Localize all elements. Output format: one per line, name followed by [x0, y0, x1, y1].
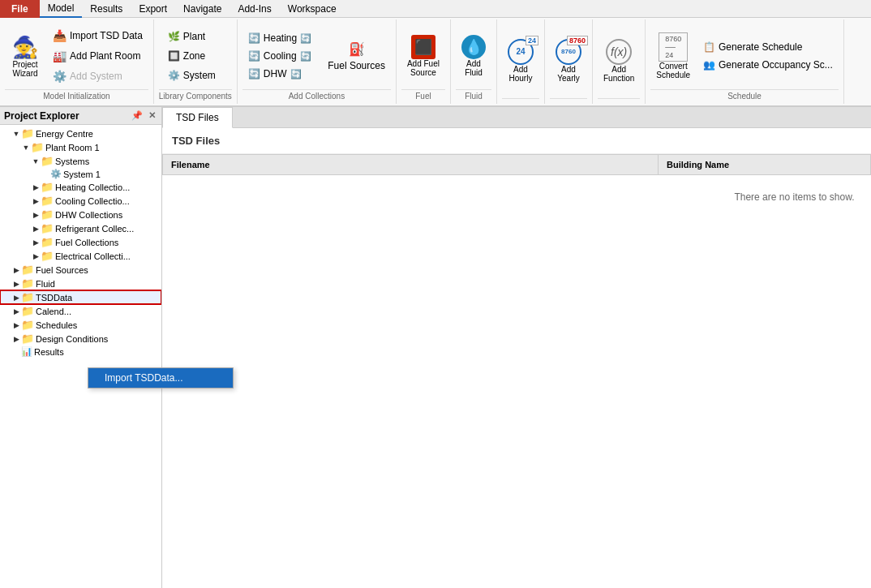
expander-plant-room[interactable]: ▼: [21, 144, 31, 152]
fuel-sources-label: Fuel Sources: [328, 60, 385, 71]
tree-item-heating[interactable]: ▶ 📁 Heating Collectio...: [0, 180, 161, 194]
heating-button[interactable]: 🔄 Heating 🔄: [242, 30, 317, 46]
add-system-icon: ⚙️: [53, 70, 67, 83]
expander-tsd[interactable]: ▶: [11, 294, 21, 302]
project-wizard-button[interactable]: 🧙 ProjectWizard: [5, 31, 45, 82]
add-fluid-button[interactable]: 💧 AddFluid: [456, 32, 491, 80]
fuel-sources-button[interactable]: ⛽ Fuel Sources: [322, 39, 391, 74]
generate-schedule-button[interactable]: 📋 Generate Schedule: [697, 39, 839, 55]
tree-item-refrigerant[interactable]: ▶ 📁 Refrigerant Collec...: [0, 221, 161, 235]
add-system-button[interactable]: ⚙️ Add System: [47, 67, 148, 85]
fuel-title: Fuel: [401, 89, 445, 101]
expander-cooling[interactable]: ▶: [31, 197, 41, 205]
close-sidebar-icon[interactable]: ✕: [147, 109, 157, 122]
menu-workspace[interactable]: Workspace: [280, 0, 345, 18]
add-system-label: Add System: [70, 71, 122, 82]
tree-item-calendars[interactable]: ▶ 📁 Calend...: [0, 304, 161, 318]
expander-heating[interactable]: ▶: [31, 183, 41, 191]
zone-icon: 🔲: [168, 50, 180, 62]
convert-schedule-label: ConvertSchedule: [656, 62, 690, 79]
tree-item-dhw[interactable]: ▶ 📁 DHW Collections: [0, 208, 161, 221]
tree-item-fuel-sources[interactable]: ▶ 📁 Fuel Sources: [0, 263, 161, 277]
import-tsd-icon: 📥: [53, 29, 67, 42]
tree-item-schedules[interactable]: ▶ 📁 Schedules: [0, 318, 161, 332]
tree-item-tsd-data[interactable]: ▶ 📁 TSDData: [0, 290, 161, 304]
fluid-tree-label: Fluid: [36, 279, 55, 289]
wizard-label: ProjectWizard: [12, 60, 37, 78]
cooling-label: Cooling: [264, 50, 297, 62]
menu-navigate[interactable]: Navigate: [175, 0, 230, 18]
add-function-button[interactable]: f(x) AddFunction: [598, 36, 640, 86]
add-function-label: AddFunction: [603, 65, 634, 83]
data-table: Filename Building Name There are no item…: [162, 154, 871, 219]
system-1-label: System 1: [63, 170, 101, 179]
add-plant-label: Add Plant Room: [70, 50, 140, 62]
tree-item-cooling[interactable]: ▶ 📁 Cooling Collectio...: [0, 194, 161, 208]
context-menu-import-tsd[interactable]: Import TSDData...: [88, 368, 233, 388]
menu-model[interactable]: Model: [40, 0, 83, 18]
expander-dhw[interactable]: ▶: [31, 211, 41, 219]
expander-refrigerant[interactable]: ▶: [31, 225, 41, 233]
plant-label: Plant: [183, 31, 205, 42]
convert-schedule-button[interactable]: 8760──24 ConvertSchedule: [650, 29, 696, 83]
ribbon-items-fluid: 💧 AddFluid: [456, 23, 491, 89]
generate-occupancy-icon: 👥: [703, 59, 715, 71]
generate-occupancy-button[interactable]: 👥 Generate Occupancy Sc...: [697, 57, 839, 73]
expander-schedules[interactable]: ▶: [11, 321, 21, 329]
dhw-label: DHW Collections: [55, 210, 122, 220]
folder-energy-centre-icon: 📁: [21, 127, 34, 139]
tree-item-system-1[interactable]: ⚙️ System 1: [0, 168, 161, 180]
ribbon-items-function: f(x) AddFunction: [598, 23, 640, 98]
tree-item-plant-room[interactable]: ▼ 📁 Plant Room 1: [0, 140, 161, 154]
col-building-name: Building Name: [659, 155, 871, 175]
tree-item-design-conditions[interactable]: ▶ 📁 Design Conditions: [0, 332, 161, 346]
expander-electrical[interactable]: ▶: [31, 252, 41, 260]
add-hourly-button[interactable]: 2424 AddHourly: [502, 36, 539, 86]
expander-fuel-sources[interactable]: ▶: [11, 266, 21, 274]
file-menu[interactable]: File: [0, 0, 40, 18]
menu-results[interactable]: Results: [82, 0, 131, 18]
plant-button[interactable]: 🌿 Plant: [159, 28, 214, 45]
tree-item-results[interactable]: 📊 Results: [0, 346, 161, 358]
expander-design-conditions[interactable]: ▶: [11, 335, 21, 343]
folder-fluid-icon: 📁: [21, 277, 34, 290]
expander-fluid[interactable]: ▶: [11, 280, 21, 288]
menu-export[interactable]: Export: [131, 0, 175, 18]
hourly-title: [502, 98, 539, 101]
tab-tsd-files[interactable]: TSD Files: [162, 107, 233, 128]
plant-icon: 🌿: [168, 31, 180, 42]
refrigerant-label: Refrigerant Collec...: [55, 224, 134, 234]
expander-fuel-coll[interactable]: ▶: [31, 238, 41, 247]
ribbon-group-function: f(x) AddFunction: [593, 19, 646, 104]
add-fuel-source-button[interactable]: ⬛ Add FuelSource: [401, 32, 445, 80]
convert-schedule-icon: 8760──24: [659, 32, 688, 62]
add-yearly-button[interactable]: 87608760 AddYearly: [550, 36, 587, 86]
tree-item-electrical[interactable]: ▶ 📁 Electrical Collecti...: [0, 249, 161, 263]
tree-item-systems[interactable]: ▼ 📁 Systems: [0, 154, 161, 168]
tsd-data-label: TSDData: [36, 293, 72, 303]
import-tsd-button[interactable]: 📥 Import TSD Data: [47, 27, 148, 45]
tree-item-energy-centre[interactable]: ▼ 📁 Energy Centre: [0, 127, 161, 140]
sidebar-title: Project Explorer: [4, 110, 79, 122]
folder-fuel-sources-icon: 📁: [21, 264, 34, 276]
dhw-button[interactable]: 🔄 DHW 🔄: [242, 66, 307, 82]
fuel-sources-icon: ⛽: [349, 41, 365, 57]
expander-systems[interactable]: ▼: [31, 157, 41, 165]
cooling-button[interactable]: 🔄 Cooling 🔄: [242, 48, 317, 64]
expander-energy-centre[interactable]: ▼: [11, 130, 21, 138]
menu-addins[interactable]: Add-Ins: [230, 0, 279, 18]
fuel-coll-label: Fuel Collections: [55, 238, 118, 247]
system-button[interactable]: ⚙️ System: [159, 67, 225, 84]
expander-calendars[interactable]: ▶: [11, 307, 21, 315]
zone-button[interactable]: 🔲 Zone: [159, 47, 214, 65]
energy-centre-label: Energy Centre: [36, 129, 93, 139]
pin-icon[interactable]: 📌: [130, 109, 144, 122]
add-plant-room-button[interactable]: 🏭 Add Plant Room: [47, 47, 148, 65]
tree-item-fluid[interactable]: ▶ 📁 Fluid: [0, 277, 161, 290]
tree-item-fuel-coll[interactable]: ▶ 📁 Fuel Collections: [0, 235, 161, 249]
zone-label: Zone: [183, 50, 205, 62]
folder-fuel-coll-icon: 📁: [41, 236, 54, 248]
panel-title: TSD Files: [162, 128, 871, 154]
folder-heating-icon: 📁: [41, 181, 54, 193]
dhw-label: DHW: [264, 68, 287, 79]
